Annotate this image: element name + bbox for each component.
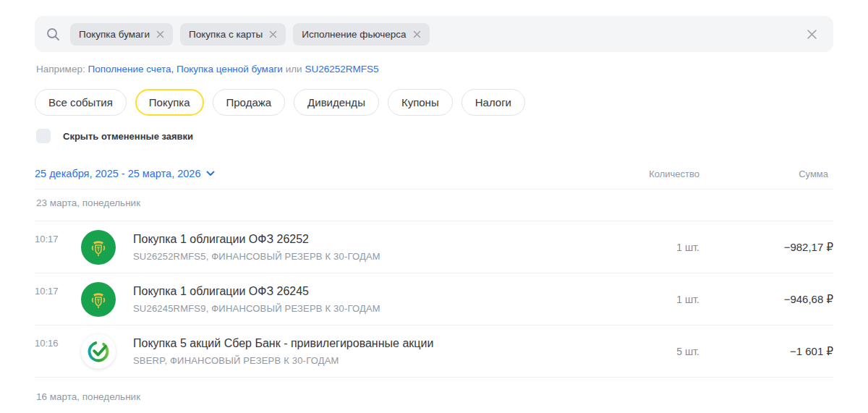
transaction-text-block: Покупка 1 облигации ОФЗ 26245 SU26245RMF…: [133, 285, 605, 314]
date-group-header: 16 марта, понедельник: [35, 378, 833, 413]
search-chip-pokupka-bumagi[interactable]: Покупка бумаги: [70, 23, 173, 46]
date-range-label: 25 декабря, 2025 - 25 марта, 2026: [35, 168, 200, 179]
date-group-header: 23 марта, понедельник: [35, 190, 833, 221]
search-icon: [46, 27, 60, 41]
hint-ticker-link[interactable]: SU26252RMFS5: [305, 64, 378, 74]
filter-all-events[interactable]: Все события: [35, 89, 127, 116]
filter-dividendy[interactable]: Дивиденды: [294, 89, 379, 116]
date-range-selector[interactable]: 25 декабря, 2025 - 25 марта, 2026: [35, 168, 215, 179]
sber-logo-icon: [81, 334, 116, 369]
chip-label: Покупка бумаги: [79, 29, 150, 40]
transaction-amount: −946,68 ₽: [699, 293, 833, 306]
filter-pokupka[interactable]: Покупка: [135, 89, 204, 116]
search-clear-icon[interactable]: [804, 26, 820, 43]
transaction-subtitle: SBERP, ФИНАНСОВЫЙ РЕЗЕРВ К 30-ГОДАМ: [133, 355, 605, 366]
transaction-time: 10:16: [35, 338, 81, 349]
transaction-title: Покупка 1 облигации ОФЗ 26252: [133, 233, 605, 246]
chip-remove-icon[interactable]: [269, 30, 277, 38]
transaction-text-block: Покупка 5 акций Сбер Банк - привилегиров…: [133, 337, 605, 366]
transaction-text-block: Покупка 1 облигации ОФЗ 26252 SU26252RMF…: [133, 233, 605, 262]
transaction-time: 10:17: [35, 286, 81, 297]
transaction-quantity: 5 шт.: [605, 346, 699, 357]
search-chip-ispolnenie-fyuchersa[interactable]: Исполнение фьючерса: [293, 23, 429, 46]
chip-label: Исполнение фьючерса: [302, 29, 406, 40]
transaction-quantity: 1 шт.: [605, 294, 699, 305]
chip-remove-icon[interactable]: [413, 30, 421, 38]
search-chip-list: Покупка бумаги Покупка с карты Исполнени…: [70, 23, 804, 46]
event-type-filters: Все события Покупка Продажа Дивиденды Ку…: [35, 89, 833, 116]
hide-cancelled-row: Скрыть отмененные заявки: [36, 129, 833, 143]
filter-nalogi[interactable]: Налоги: [461, 89, 525, 116]
search-chip-pokupka-s-karty[interactable]: Покупка с карты: [180, 23, 286, 46]
hide-cancelled-checkbox[interactable]: [36, 129, 51, 143]
search-hint: Например: Пополнение счета, Покупка ценн…: [36, 64, 833, 74]
hint-connector: или: [286, 64, 302, 74]
column-header-quantity: Количество: [605, 169, 699, 179]
minfin-crest-icon: [81, 230, 116, 265]
chip-remove-icon[interactable]: [156, 30, 164, 38]
transaction-row[interactable]: 10:17 Покупка 1 облигации ОФЗ 26245 SU26…: [35, 273, 833, 325]
hint-prefix: Например:: [36, 64, 85, 74]
transaction-title: Покупка 5 акций Сбер Банк - привилегиров…: [133, 337, 605, 350]
chevron-down-icon: [206, 171, 215, 176]
search-bar[interactable]: Покупка бумаги Покупка с карты Исполнени…: [35, 16, 833, 52]
filter-kupony[interactable]: Купоны: [388, 89, 453, 116]
events-page: Покупка бумаги Покупка с карты Исполнени…: [0, 0, 868, 413]
transaction-amount: −982,17 ₽: [699, 241, 833, 254]
transaction-title: Покупка 1 облигации ОФЗ 26245: [133, 285, 605, 298]
column-header-amount: Сумма: [699, 169, 833, 179]
transaction-subtitle: SU26245RMFS9, ФИНАНСОВЫЙ РЕЗЕРВ К 30-ГОД…: [133, 303, 605, 314]
chip-label: Покупка с карты: [189, 29, 263, 40]
period-header-row: 25 декабря, 2025 - 25 марта, 2026 Количе…: [35, 168, 833, 190]
transaction-subtitle: SU26252RMFS5, ФИНАНСОВЫЙ РЕЗЕРВ К 30-ГОД…: [133, 251, 605, 262]
hint-example-link[interactable]: Пополнение счета, Покупка ценной бумаги: [88, 64, 282, 74]
filter-prodazha[interactable]: Продажа: [213, 89, 286, 116]
transaction-quantity: 1 шт.: [605, 242, 699, 253]
transaction-row[interactable]: 10:17 Покупка 1 облигации ОФЗ 26252 SU26…: [35, 221, 833, 273]
transaction-time: 10:17: [35, 234, 81, 244]
transaction-amount: −1 601 ₽: [699, 345, 833, 358]
hide-cancelled-label[interactable]: Скрыть отмененные заявки: [63, 131, 193, 142]
transaction-row[interactable]: 10:16 Покупка 5 акций Сбер Банк - привил…: [35, 325, 833, 378]
minfin-crest-icon: [81, 282, 116, 317]
